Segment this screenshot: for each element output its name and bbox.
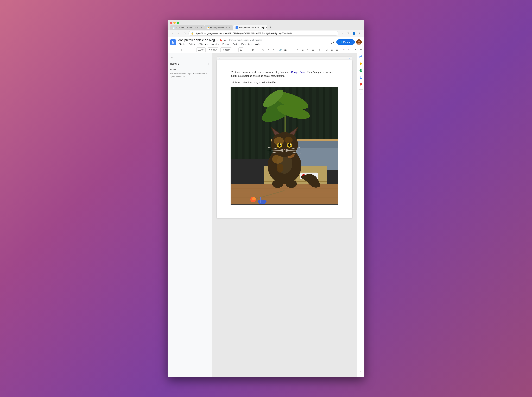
browser-tab-2[interactable]: 📝 Le blog de Nicolas ✕ <box>204 25 233 30</box>
menu-extensions[interactable]: Extensions <box>240 42 254 46</box>
title-bar: 📄 docswrite.com/dashboard ✕ 📝 Le blog de… <box>168 20 364 30</box>
menu-format[interactable]: Format <box>221 42 231 46</box>
svg-rect-31 <box>294 141 339 148</box>
close-window-button[interactable] <box>170 22 172 24</box>
ruler-right-arrow: ▼ <box>349 57 351 59</box>
print-button[interactable]: 🖨 <box>179 47 184 52</box>
editing-mode-button[interactable]: ✏ <box>359 47 364 52</box>
svg-rect-9 <box>249 87 251 159</box>
document-content: C'est mon premier article sur ce nouveau… <box>231 70 338 205</box>
calendar-panel-button[interactable] <box>358 55 364 61</box>
document-page[interactable]: C'est mon premier article sur ce nouveau… <box>217 60 352 218</box>
align-center-button[interactable]: ☰ <box>300 47 305 52</box>
menu-edition[interactable]: Édition <box>187 42 197 46</box>
paragraph-1: C'est mon premier article sur ce nouveau… <box>231 70 338 78</box>
svg-rect-8 <box>242 87 245 159</box>
bulleted-list-button[interactable]: ☰ <box>329 47 334 52</box>
font-size-decrease-button[interactable]: − <box>233 47 238 52</box>
align-right-button[interactable]: ≡ <box>305 47 310 52</box>
font-dropdown[interactable]: Roboto ▾ <box>220 47 231 52</box>
clear-formatting-button[interactable]: ✕ <box>353 47 358 52</box>
insert-image-button[interactable]: 🖼 <box>283 47 288 52</box>
tasks-panel-button[interactable] <box>358 68 364 74</box>
spell-check-button[interactable]: ✓ <box>190 47 194 52</box>
menu-insertion[interactable]: Insertion <box>209 42 221 46</box>
maximize-window-button[interactable] <box>177 22 179 24</box>
more-options-button[interactable]: ⋯ <box>288 47 293 52</box>
google-docs-link[interactable]: Google Docs <box>291 71 305 74</box>
drive-icon[interactable]: 🔖 <box>220 39 222 41</box>
font-size-increase-button[interactable]: + <box>244 47 249 52</box>
document-title[interactable]: Mon premier article de blog <box>177 38 215 42</box>
highlight-button[interactable]: A <box>271 47 276 52</box>
indent-increase-button[interactable]: ⇒ <box>346 47 351 52</box>
svg-text:D: D <box>236 27 237 28</box>
redo-button[interactable]: ↪ <box>174 47 179 52</box>
menu-aide[interactable]: Aide <box>254 42 261 46</box>
maps-panel-button[interactable] <box>358 82 364 88</box>
menu-affichage[interactable]: Affichage <box>197 42 209 46</box>
browser-tab-3[interactable]: D Mon premier article de blog - G… ✕ <box>233 25 267 30</box>
line-spacing-button[interactable]: ↕ <box>317 47 322 52</box>
numbered-list-button[interactable]: ☰ <box>335 47 339 52</box>
comments-button[interactable]: 💬 <box>330 39 335 45</box>
zoom-value: 100% <box>197 49 203 51</box>
contacts-panel-button[interactable] <box>358 75 364 81</box>
back-button[interactable]: ← <box>170 31 175 36</box>
forward-button[interactable]: → <box>176 31 181 36</box>
right-panel-bottom: › <box>358 368 364 376</box>
profile-button[interactable]: 👤 <box>351 31 356 36</box>
minimize-window-button[interactable] <box>173 22 176 24</box>
font-size-dropdown[interactable]: 13 <box>238 47 243 52</box>
lock-icon: 🔒 <box>191 32 194 35</box>
url-text: https://docs.google.com/document/d/1E9Mf… <box>195 32 336 35</box>
document-area[interactable]: ▼ ▼ C'est mon premier article sur ce nou… <box>212 53 357 377</box>
tab1-label: docswrite.com/dashboard <box>176 26 199 29</box>
svg-point-71 <box>258 199 267 204</box>
align-justify-button[interactable]: ☰ <box>311 47 315 52</box>
collapse-panel-button[interactable]: › <box>358 368 364 374</box>
underline-button[interactable]: U <box>261 47 266 52</box>
forward-icon: → <box>177 32 180 35</box>
bookmark-button[interactable]: ☆ <box>340 31 345 36</box>
contacts-icon <box>359 76 362 80</box>
toolbar-expand-button[interactable]: ⌃ <box>364 47 364 52</box>
paint-format-button[interactable]: ⌇ <box>184 47 189 52</box>
align-left-button[interactable]: ≡ <box>295 47 300 52</box>
sidebar-add-button[interactable]: + <box>207 62 209 66</box>
new-tab-button[interactable]: + <box>268 25 273 30</box>
cat-image-container[interactable] <box>231 87 338 205</box>
tab1-close-button[interactable]: ✕ <box>200 26 203 29</box>
sidebar-resume-label: RÉSUMÉ <box>170 63 179 65</box>
svg-rect-10 <box>255 87 258 159</box>
sidebar-plan-label: PLAN <box>170 68 209 71</box>
svg-point-70 <box>252 197 256 201</box>
browser-tab-1[interactable]: 📄 docswrite.com/dashboard ✕ <box>170 25 204 30</box>
maps-icon <box>359 83 362 87</box>
undo-button[interactable]: ↩ <box>169 47 174 52</box>
insert-link-button[interactable]: 🔗 <box>278 47 283 52</box>
reload-button[interactable]: ↻ <box>182 31 187 36</box>
keep-panel-button[interactable] <box>358 61 364 68</box>
bold-button[interactable]: B <box>251 47 255 52</box>
sidebar-back-button[interactable]: ← <box>170 56 173 59</box>
checklist-button[interactable]: ☑ <box>324 47 329 52</box>
tab2-close-button[interactable]: ✕ <box>228 26 231 29</box>
italic-button[interactable]: I <box>256 47 261 52</box>
menu-fichier[interactable]: Fichier <box>177 42 187 46</box>
style-dropdown[interactable]: Normal ▾ <box>208 47 218 52</box>
share-button[interactable]: 👥 Partager <box>336 39 355 45</box>
indent-decrease-button[interactable]: ⇐ <box>341 47 346 52</box>
add-panel-button[interactable]: + <box>358 91 364 97</box>
plus-icon: + <box>360 92 362 96</box>
user-avatar[interactable] <box>356 39 362 45</box>
star-button[interactable]: ☆ <box>216 39 218 41</box>
docs-title-icons: ☆ 🔖 ☁ <box>216 39 226 41</box>
style-arrow: ▾ <box>216 49 217 51</box>
menu-outils[interactable]: Outils <box>231 42 240 46</box>
address-bar[interactable]: 🔒 https://docs.google.com/document/d/1E9… <box>189 31 338 36</box>
text-color-button[interactable]: A <box>266 47 271 52</box>
tab3-label: Mon premier article de blog - G… <box>239 26 267 29</box>
zoom-dropdown[interactable]: 100% ▾ <box>196 47 206 52</box>
menu-button[interactable]: ⋮ <box>357 31 362 36</box>
